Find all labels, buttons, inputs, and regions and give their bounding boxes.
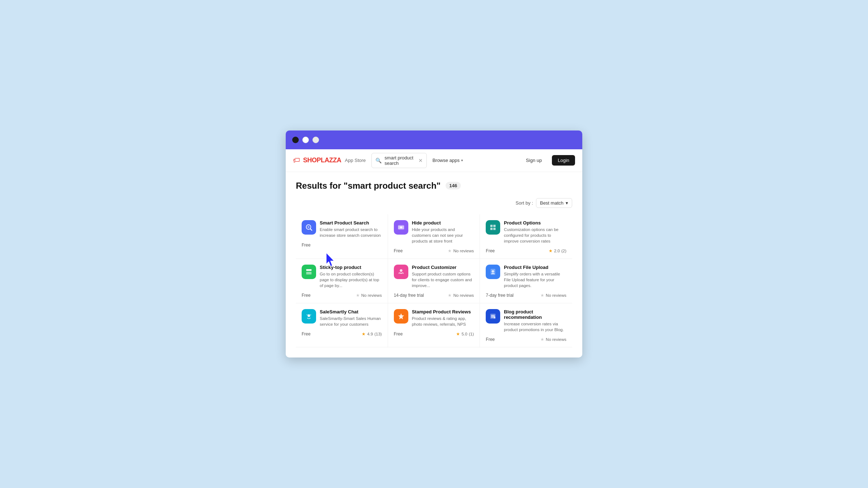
dot-close[interactable]: [292, 137, 299, 143]
app-card-sticky-top[interactable]: Sticky-top product Go to on product coll…: [296, 259, 388, 303]
app-rating-8: ★ No reviews: [540, 337, 566, 342]
rating-value-6: 4.9: [367, 332, 373, 336]
svg-rect-10: [306, 269, 312, 271]
app-card-file-upload[interactable]: Product File Upload Simplify orders with…: [480, 259, 572, 303]
app-name-3: Sticky-top product: [320, 265, 382, 270]
search-clear-button[interactable]: ✕: [418, 158, 423, 163]
no-reviews-4: No reviews: [453, 293, 474, 297]
app-grid: Smart Product Search Enable smart produc…: [296, 214, 572, 348]
star-empty-icon-8: ★: [540, 337, 544, 342]
app-desc-5: Simplify orders with a versatile File Up…: [504, 271, 566, 288]
app-desc-7: Product reviews & rating app, photo revi…: [412, 316, 474, 327]
rating-value-2: 2.0: [554, 249, 560, 253]
star-filled-icon-6: ★: [362, 331, 366, 337]
svg-rect-18: [310, 314, 311, 316]
rating-count-6: (13): [374, 332, 382, 336]
app-name-6: SaleSmartly Chat: [320, 309, 382, 314]
dot-maximize[interactable]: [312, 137, 319, 143]
app-desc-3: Go to on product collection(s) page to d…: [320, 271, 382, 288]
app-desc-1: Hide your products and customers can not…: [412, 227, 474, 244]
app-card-product-options[interactable]: Product Options Customization options ca…: [480, 214, 572, 259]
app-rating-1: ★ No reviews: [448, 248, 474, 253]
signup-button[interactable]: Sign up: [522, 155, 546, 165]
app-rating-3: ★ No reviews: [356, 293, 382, 298]
app-price-0: Free: [302, 243, 311, 248]
app-price-3: Free: [302, 293, 311, 298]
app-desc-6: SaleSmartly-Smart Sales Human service fo…: [320, 316, 382, 327]
search-input[interactable]: smart product search: [384, 155, 415, 166]
app-rating-5: ★ No reviews: [540, 293, 566, 298]
logo-text: SHOPLAZZA: [303, 157, 341, 164]
app-price-5: 7-day free trial: [486, 293, 514, 298]
svg-point-4: [400, 226, 402, 228]
app-icon-smart-search: [302, 220, 316, 235]
rating-count-2: (2): [561, 249, 566, 253]
logo-area[interactable]: 🏷 SHOPLAZZA App Store: [293, 156, 366, 164]
app-card-stamped-reviews[interactable]: Stamped Product Reviews Product reviews …: [388, 303, 480, 347]
svg-rect-8: [493, 228, 495, 230]
app-price-8: Free: [486, 337, 495, 342]
app-price-4: 14-day free trial: [394, 293, 424, 298]
svg-rect-9: [306, 272, 312, 274]
svg-rect-21: [494, 317, 495, 318]
svg-rect-7: [490, 228, 493, 230]
svg-rect-5: [490, 224, 493, 227]
results-title: Results for "smart product search": [296, 181, 441, 191]
sort-select[interactable]: Best match ▾: [536, 198, 572, 208]
app-rating-6: ★ 4.9 (13): [362, 331, 382, 337]
rating-value-7: 5.0: [461, 332, 467, 336]
app-name-0: Smart Product Search: [320, 220, 382, 226]
app-store-label: App Store: [345, 158, 366, 163]
app-card-smart-product-search[interactable]: Smart Product Search Enable smart produc…: [296, 214, 388, 259]
no-reviews-3: No reviews: [361, 293, 382, 297]
svg-point-11: [400, 269, 402, 272]
app-icon-product-options: [486, 220, 500, 235]
app-price-7: Free: [394, 331, 403, 337]
app-icon-file-upload: [486, 265, 500, 279]
logo-icon: 🏷: [293, 156, 300, 164]
app-rating-7: ★ 5.0 (1): [456, 331, 474, 337]
app-card-product-customizer[interactable]: Product Customizer Support product custo…: [388, 259, 480, 303]
star-empty-icon-4: ★: [448, 293, 452, 298]
app-card-salesmartly[interactable]: SaleSmartly Chat SaleSmartly-Smart Sales…: [296, 303, 388, 347]
chevron-down-icon: ▾: [461, 158, 463, 162]
app-icon-sticky-top: [302, 265, 316, 279]
app-icon-hide-product: [394, 220, 408, 235]
no-reviews-5: No reviews: [546, 293, 566, 297]
star-empty-icon-3: ★: [356, 293, 360, 298]
app-card-hide-product[interactable]: Hide product Hide your products and cust…: [388, 214, 480, 259]
app-name-5: Product File Upload: [504, 265, 566, 270]
search-bar[interactable]: 🔍 smart product search ✕: [371, 153, 426, 168]
app-icon-stamped-reviews: [394, 309, 408, 324]
app-name-2: Product Options: [504, 220, 566, 226]
dot-minimize[interactable]: [302, 137, 309, 143]
app-icon-blog-recommendation: [486, 309, 500, 324]
no-reviews-8: No reviews: [546, 337, 566, 342]
no-reviews-1: No reviews: [453, 249, 474, 253]
browse-apps-label: Browse apps: [433, 158, 460, 163]
app-rating-2: ★ 2.0 (2): [549, 248, 566, 253]
app-desc-8: Increase conversion rates via product pr…: [504, 321, 566, 333]
browse-apps-button[interactable]: Browse apps ▾: [433, 158, 463, 163]
app-price-6: Free: [302, 331, 311, 337]
sort-bar: Sort by : Best match ▾: [296, 198, 572, 208]
svg-rect-17: [307, 314, 308, 316]
app-name-8: Blog product recommendation: [504, 309, 566, 320]
svg-rect-6: [493, 224, 495, 227]
app-icon-salesmartly: [302, 309, 316, 324]
results-header: Results for "smart product search" 146: [296, 181, 572, 191]
star-empty-icon-5: ★: [540, 293, 544, 298]
main-content: Results for "smart product search" 146 S…: [286, 172, 582, 358]
sort-chevron-icon: ▾: [566, 200, 568, 206]
app-card-blog-recommendation[interactable]: Blog product recommendation Increase con…: [480, 303, 572, 347]
sort-label: Sort by :: [516, 200, 533, 206]
svg-point-12: [398, 273, 400, 274]
svg-point-2: [307, 226, 310, 228]
app-name-7: Stamped Product Reviews: [412, 309, 474, 314]
search-icon: 🔍: [375, 158, 382, 163]
browser-window: 🏷 SHOPLAZZA App Store 🔍 smart product se…: [286, 130, 582, 358]
svg-point-16: [307, 314, 310, 317]
login-button[interactable]: Login: [552, 155, 575, 166]
app-price-1: Free: [394, 248, 403, 253]
svg-point-13: [402, 273, 404, 274]
